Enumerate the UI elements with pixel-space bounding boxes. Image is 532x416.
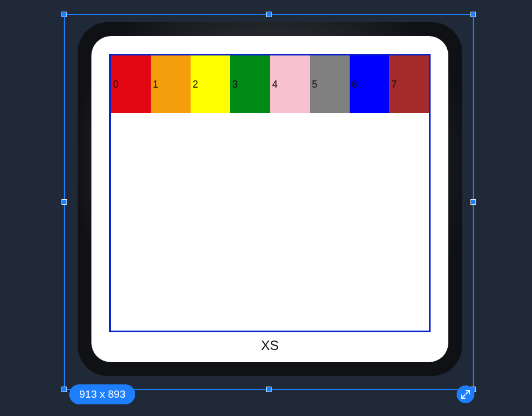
resize-handle-middle-left[interactable] <box>62 199 67 205</box>
swatch-label: 0 <box>113 79 119 90</box>
device-screen: 01234567 XS <box>91 36 448 362</box>
resize-handle-bottom-left[interactable] <box>62 387 67 392</box>
swatch-label: 3 <box>232 79 238 90</box>
resize-handle-bottom-middle[interactable] <box>266 387 272 392</box>
swatch-label: 1 <box>153 79 158 90</box>
swatch-label: 6 <box>352 79 357 90</box>
swatch-row: 01234567 <box>111 55 429 113</box>
selection-size-badge: 913 x 893 <box>69 384 135 404</box>
swatch-2: 2 <box>191 55 231 113</box>
swatch-6: 6 <box>350 55 390 113</box>
swatch-label: 2 <box>193 79 198 90</box>
swatch-1: 1 <box>151 55 191 113</box>
swatch-4: 4 <box>270 55 310 113</box>
resize-handle-top-right[interactable] <box>470 12 476 17</box>
swatch-label: 4 <box>272 79 278 90</box>
responsive-viewport: 01234567 <box>109 54 431 332</box>
swatch-7: 7 <box>389 55 429 113</box>
expand-button[interactable] <box>457 385 474 403</box>
resize-handle-middle-right[interactable] <box>470 199 476 205</box>
breakpoint-label: XS <box>109 332 431 356</box>
swatch-5: 5 <box>310 55 350 113</box>
expand-icon <box>461 390 470 399</box>
resize-handle-top-middle[interactable] <box>266 12 272 17</box>
resize-handle-top-left[interactable] <box>62 12 67 17</box>
swatch-label: 7 <box>391 79 397 90</box>
swatch-0: 0 <box>111 55 151 113</box>
swatch-3: 3 <box>230 55 270 113</box>
swatch-label: 5 <box>312 79 318 90</box>
device-frame: 01234567 XS <box>78 22 462 376</box>
